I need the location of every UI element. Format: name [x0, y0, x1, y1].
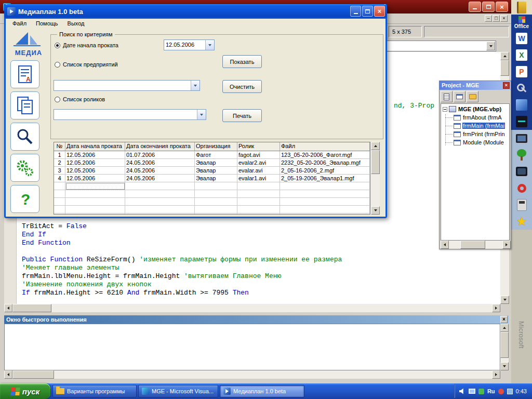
office-bar-header[interactable]: Office: [511, 15, 532, 30]
table-cell[interactable]: Эвалар: [195, 159, 237, 167]
table-cell[interactable]: [195, 214, 237, 215]
show-button[interactable]: Показать: [222, 55, 262, 68]
mediaplan-titlebar[interactable]: Медиаплан 1.0 beta ×: [4, 4, 387, 19]
date-combo[interactable]: 12.05.2006: [164, 39, 215, 50]
search-button[interactable]: [10, 123, 39, 151]
scroll-thumb[interactable]: [12, 304, 51, 312]
table-cell[interactable]: [54, 190, 65, 198]
table-cell[interactable]: evalar.avi: [237, 167, 280, 175]
office-item-outlook[interactable]: [511, 97, 532, 113]
chevron-down-icon[interactable]: [486, 42, 495, 50]
office-item-star[interactable]: ★: [511, 213, 532, 230]
table-cell[interactable]: 12.05.2006: [65, 175, 125, 182]
table-cell[interactable]: [65, 190, 125, 198]
scroll-right-button[interactable]: [492, 304, 500, 312]
table-cell[interactable]: [195, 206, 237, 214]
clear-button[interactable]: Очистить: [222, 80, 262, 93]
help-button[interactable]: ?: [10, 185, 39, 213]
office-item-msdos[interactable]: [511, 113, 532, 130]
grid-header-cell[interactable]: Дата начала проката: [65, 142, 125, 151]
table-cell[interactable]: evalar1.avi: [237, 175, 280, 182]
table-cell[interactable]: 3: [54, 167, 65, 175]
table-cell[interactable]: [125, 190, 195, 198]
table-cell[interactable]: [125, 182, 195, 190]
tree-item-frmPrint[interactable]: frmPrint (frmPrin: [454, 130, 509, 138]
grid-header-cell[interactable]: Файл: [280, 142, 370, 151]
table-cell[interactable]: [65, 182, 125, 190]
scroll-right-button[interactable]: [502, 241, 511, 249]
table-cell[interactable]: fagot.avi: [237, 151, 280, 159]
project-hscrollbar[interactable]: [441, 241, 511, 249]
scroll-down-button[interactable]: [371, 206, 380, 215]
clips-combo[interactable]: [54, 109, 206, 120]
collapse-icon[interactable]: [443, 107, 447, 112]
table-cell[interactable]: [280, 214, 370, 215]
table-cell[interactable]: [54, 214, 65, 215]
table-cell[interactable]: 4: [54, 175, 65, 182]
table-cell[interactable]: [125, 206, 195, 214]
office-item-tv[interactable]: [511, 163, 532, 180]
radio-clips-label[interactable]: Список роликов: [63, 96, 105, 102]
tree-item-frmAbout[interactable]: frmAbout (frmA: [454, 113, 509, 122]
minimize-button[interactable]: [350, 6, 361, 17]
chevron-down-icon[interactable]: [205, 40, 214, 50]
scroll-up-button[interactable]: [500, 324, 509, 332]
office-notebook-cell[interactable]: [511, 0, 532, 15]
scroll-right-button[interactable]: [492, 370, 500, 379]
table-cell[interactable]: 24.05.2006: [125, 167, 195, 175]
table-cell[interactable]: 01.07.2006: [125, 151, 195, 159]
immediate-close-button[interactable]: ×: [500, 316, 508, 323]
table-cell[interactable]: [237, 198, 280, 206]
scroll-up-button[interactable]: [371, 142, 380, 150]
table-cell[interactable]: [65, 198, 125, 206]
table-cell[interactable]: [195, 198, 237, 206]
antivirus-icon[interactable]: [478, 389, 484, 394]
menu-item-Файл[interactable]: Файл: [8, 19, 31, 29]
table-cell[interactable]: 123_05-20-2006_Фагот.mgf: [280, 151, 370, 159]
grid-header-cell[interactable]: Организация: [195, 142, 237, 151]
task-button-folder[interactable]: Варианты программы: [52, 385, 137, 397]
table-cell[interactable]: 2_05-19-2006_Эвалар1.mgf: [280, 175, 370, 182]
project-panel-titlebar[interactable]: Project - MGE ×: [440, 81, 511, 90]
office-item-browser-ring[interactable]: [511, 180, 532, 196]
table-cell[interactable]: [65, 206, 125, 214]
code-hscrollbar[interactable]: [4, 304, 500, 312]
scroll-thumb[interactable]: [500, 332, 509, 358]
office-item-monitor[interactable]: [511, 130, 532, 147]
mdi-minimize-button[interactable]: –: [485, 15, 492, 22]
table-cell[interactable]: 2_05-16-2006_2.mgf: [280, 167, 370, 175]
scroll-left-button[interactable]: [4, 304, 12, 312]
vb-minimize-button[interactable]: [469, 2, 481, 12]
task-button-vb[interactable]: MGE - Microsoft Visua...: [138, 385, 218, 397]
menu-item-Выход[interactable]: Выход: [63, 19, 89, 29]
table-cell[interactable]: [280, 190, 370, 198]
table-cell[interactable]: [54, 198, 65, 206]
table-cell[interactable]: [237, 206, 280, 214]
radio-start-date-label[interactable]: Дате начала проката: [63, 42, 118, 48]
vb-close-button[interactable]: ×: [496, 2, 508, 12]
grid-header-cell[interactable]: №: [54, 142, 65, 151]
table-cell[interactable]: Фагот: [195, 151, 237, 159]
messenger-icon[interactable]: [498, 389, 504, 394]
close-button[interactable]: ×: [374, 6, 385, 17]
office-item-access-key[interactable]: [511, 80, 532, 97]
companies-combo[interactable]: [54, 80, 200, 91]
radio-companies[interactable]: [55, 62, 60, 68]
settings-button[interactable]: [10, 154, 39, 182]
table-cell[interactable]: [280, 182, 370, 190]
office-item-excel[interactable]: X: [511, 47, 532, 63]
radio-companies-label[interactable]: Список предприятий: [63, 61, 118, 68]
chevron-down-icon[interactable]: [191, 81, 200, 90]
volume-icon[interactable]: [459, 388, 466, 394]
language-indicator[interactable]: Ru: [487, 388, 495, 394]
tree-item-Module[interactable]: Module (Module: [454, 138, 509, 147]
table-cell[interactable]: [237, 190, 280, 198]
grid-header-cell[interactable]: Ролик: [237, 142, 280, 151]
project-close-button[interactable]: ×: [503, 82, 510, 89]
immediate-window-titlebar[interactable]: Окно быстрого выполнения ×: [4, 315, 509, 324]
table-cell[interactable]: [65, 214, 125, 215]
table-cell[interactable]: evalar2.avi: [237, 159, 280, 167]
table-cell[interactable]: Эвалар: [195, 175, 237, 182]
immediate-hscrollbar[interactable]: [4, 370, 500, 379]
grid-header-cell[interactable]: Дата окончания проката: [125, 142, 195, 151]
